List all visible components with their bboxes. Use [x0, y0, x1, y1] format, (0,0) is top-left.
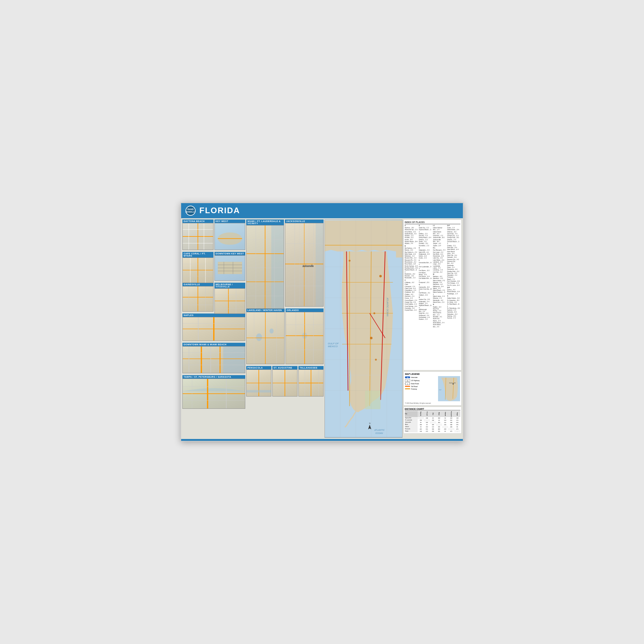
legend-interstate-symbol: 75 — [405, 376, 410, 379]
svg-rect-16 — [215, 256, 245, 280]
map-product: RAND McNALLY FLORIDA DAYTONA BEACH — [180, 203, 464, 442]
svg-rect-103 — [365, 391, 380, 409]
index-columns: A Alachua.....B-2 Altamonte Spr....C-3 A… — [405, 225, 460, 328]
map-title: FLORIDA — [199, 206, 240, 215]
map-legend: MAP LEGEND 75 Interstate — [403, 371, 462, 406]
inset-orlando: ORLANDO — [286, 308, 324, 365]
inset-pensacola: PENSACOLA — [246, 366, 271, 397]
legend-freeway-symbol — [405, 388, 410, 389]
legend-us-highway-symbol: 41 — [405, 379, 410, 382]
inset-row-2: CAPE CORAL / FT. MYERS DOWNTOWN KE — [182, 252, 245, 282]
svg-point-70 — [256, 333, 262, 341]
inset-downtown-key-west: DOWNTOWN KEY WEST — [214, 252, 246, 282]
distance-chart: DISTANCE CHART City Daytona Ft Laud. Jks… — [403, 407, 462, 434]
inset-tallahassee: TALLAHASSEE — [298, 366, 324, 397]
inset-gainesville: GAINESVILLE — [182, 283, 214, 313]
right-info-area: INDEX OF PLACES A Alachua.....B-2 Altamo… — [403, 219, 462, 438]
product-header: RAND McNALLY FLORIDA — [181, 203, 463, 218]
legend-toll-road-symbol — [405, 386, 410, 387]
svg-point-107 — [379, 275, 382, 277]
svg-rect-7 — [215, 223, 245, 250]
legend-mini-map: Gulf Jacksonville — [438, 376, 460, 402]
svg-point-8 — [218, 232, 242, 245]
inset-melbourne: MELBOURNE / TITUSVILLE — [214, 283, 246, 313]
inset-downtown-miami: DOWNTOWN MIAMI & MIAMI BEACH — [182, 343, 245, 374]
inset-st-augustine: ST. AUGUSTINE — [272, 366, 297, 397]
svg-text:OCEAN: OCEAN — [375, 432, 383, 434]
inset-daytona-beach: DAYTONA BEACH — [182, 219, 214, 251]
svg-point-76 — [302, 332, 307, 339]
index-col-4: O-P Ocala....C-2 Okeechobee....D-4 Oldsm… — [447, 225, 460, 328]
svg-rect-17 — [218, 262, 242, 274]
index-of-places: INDEX OF PLACES A Alachua.....B-2 Altamo… — [403, 219, 462, 370]
svg-text:N: N — [369, 422, 370, 424]
svg-point-108 — [373, 312, 375, 314]
inset-key-west: KEY WEST — [214, 219, 246, 251]
legend-credits: © 2023 Rand McNally. All rights reserved… — [405, 403, 460, 404]
svg-text:Jacksonville: Jacksonville — [302, 264, 314, 268]
svg-text:41: 41 — [407, 380, 408, 382]
svg-text:ATLANTIC: ATLANTIC — [374, 429, 385, 431]
footer-bar — [181, 439, 463, 441]
svg-text:GULF OF: GULF OF — [328, 342, 339, 345]
svg-text:75: 75 — [407, 377, 408, 379]
inset-cape-coral: CAPE CORAL / FT. MYERS — [182, 252, 214, 282]
distance-table: City Daytona Ft Laud. Jksv. Miami Orland… — [405, 411, 460, 432]
svg-text:Gulf: Gulf — [439, 389, 441, 391]
index-col-3: I-J Indian Harbour Bch....C-4 Indian Roc… — [433, 225, 446, 328]
inset-row-1: DAYTONA BEACH KEY W — [182, 219, 245, 251]
legend-state-road-symbol: 1 — [405, 382, 410, 385]
svg-text:MEXICO: MEXICO — [328, 345, 338, 348]
svg-rect-0 — [183, 223, 213, 250]
inset-naples: NAPLES — [182, 314, 245, 342]
svg-rect-60 — [316, 223, 323, 306]
rand-mcnally-logo: RAND McNALLY — [186, 206, 196, 216]
inset-miami-ft-lauderdale: MIAMI / FT. LAUDERDALE & VICINITY — [246, 219, 284, 308]
index-col-2: D Dade City....C-2 Daytona Beach....C-3 … — [419, 225, 432, 328]
svg-text:1: 1 — [407, 383, 408, 385]
svg-rect-51 — [271, 225, 284, 308]
inset-jacksonville: JACKSONVILLE Jacksonville — [285, 219, 324, 308]
svg-text:Jacksonville: Jacksonville — [449, 382, 456, 384]
svg-point-71 — [269, 328, 274, 333]
center-map-area: MIAMI / FT. LAUDERDALE & VICINITY — [246, 219, 324, 438]
inset-tampa: TAMPA / ST. PETERSBURG / SARASOTA — [182, 375, 245, 410]
main-florida-map: GULF OF MEXICO ATLANTIC OCEAN — [325, 219, 403, 438]
inset-row-3: GAINESVILLE MELBOURNE / TITUSVILLE — [182, 283, 245, 313]
index-col-1: A Alachua.....B-2 Altamonte Spr....C-3 A… — [405, 225, 418, 328]
svg-point-111 — [349, 260, 351, 262]
svg-rect-37 — [223, 347, 245, 373]
city-insets-left: DAYTONA BEACH KEY W — [182, 219, 245, 438]
inset-lakeland: LAKELAND / WINTER HAVEN — [246, 308, 285, 365]
